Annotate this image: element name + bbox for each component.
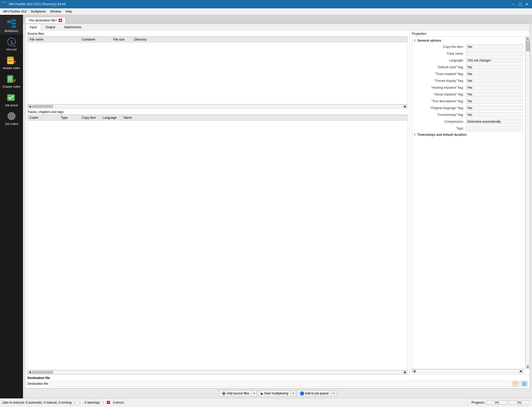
prop-value-defaulttrack: Yes <box>466 65 523 70</box>
vscroll-thumb[interactable] <box>526 41 530 51</box>
prop-label-language: Language: <box>414 59 464 62</box>
col-type: Type <box>59 115 80 121</box>
chapter-editor-icon <box>6 74 17 84</box>
prop-input-trackname[interactable] <box>466 51 523 56</box>
menu-multiplexer[interactable]: Multiplexer <box>29 9 48 14</box>
destination-browse-button[interactable]: 📁 <box>512 381 519 387</box>
prop-value-language: <Do not change> <box>466 58 523 63</box>
prop-label-originallang: "Original language" flag: <box>414 106 464 110</box>
doc-tab-label: <No destination file> <box>28 19 57 22</box>
prop-value-originallang: Yes <box>466 105 523 111</box>
start-mux-arrow[interactable]: ▾ <box>291 390 296 397</box>
tracks-hscroll-left[interactable]: ◀ <box>28 370 32 374</box>
add-source-button[interactable]: ➕ Add source files <box>219 390 252 397</box>
progress-label: Progress: <box>472 401 485 404</box>
hscroll-left-btn[interactable]: ◀ <box>28 104 32 109</box>
col-copyitem: Copy item <box>80 115 101 121</box>
minimize-button[interactable]: ─ <box>510 1 516 7</box>
main-layout: Multiplexer Info tool <box>0 15 532 398</box>
tracks-hscroll-right[interactable]: ▶ <box>403 370 407 374</box>
props-hscroll-right[interactable]: ▶ <box>519 369 523 373</box>
add-source-label: Add source files <box>227 392 249 395</box>
sidebar-item-job-queue[interactable]: Job queue <box>0 90 23 109</box>
prop-value-compression: Determine automatically <box>466 119 523 124</box>
source-files-hscroll[interactable]: ◀ ▶ <box>27 104 407 109</box>
vscroll-up-btn[interactable]: ▲ <box>526 36 530 41</box>
panel-body: Source files: File name Container File s… <box>25 30 530 374</box>
doc-tabs: <No destination file> ✕ <box>23 15 532 24</box>
add-job-arrow[interactable]: ▾ <box>332 390 336 397</box>
prop-value-textdesc: Yes <box>466 99 523 104</box>
close-button[interactable]: ✕ <box>524 1 530 7</box>
svg-rect-0 <box>7 20 11 23</box>
props-hscroll[interactable]: ◀ ▶ <box>412 369 523 373</box>
prop-label-trackenabled: "Track enabled" flag: <box>414 72 464 76</box>
bottom-buttons: ➕ Add source files ▾ ▶ Start multiplexin… <box>23 388 532 398</box>
svg-rect-1 <box>12 19 16 21</box>
svg-rect-17 <box>7 75 13 83</box>
tab-output[interactable]: Output <box>41 24 60 30</box>
start-mux-group: ▶ Start multiplexing ▾ <box>258 390 296 397</box>
col-filesize: File size <box>112 37 132 42</box>
maximize-button[interactable]: ▢ <box>517 1 523 7</box>
hscroll-thumb[interactable] <box>32 105 53 108</box>
prop-row-trackenabled: "Track enabled" flag: Yes <box>413 71 524 77</box>
add-icon: ➕ <box>222 391 226 395</box>
start-mux-button[interactable]: ▶ Start multiplexing <box>258 390 291 397</box>
progress-text1: 0% <box>487 401 507 404</box>
properties-vscroll[interactable]: ▲ ▼ <box>525 36 530 369</box>
doc-tab-active[interactable]: <No destination file> ✕ <box>25 17 66 24</box>
add-job-button[interactable]: 🔵 Add to job queue <box>297 390 332 397</box>
statusbar: Jobs to execute: 0 automatic, 0 manual, … <box>0 398 532 406</box>
menu-mkvtoolnix[interactable]: MKVToolNix GUI <box>1 9 29 14</box>
section-general-options: ▽ General options <box>413 38 524 43</box>
hscroll-right-btn[interactable]: ▶ <box>403 104 407 109</box>
add-job-label: Add to job queue <box>305 392 329 395</box>
jobs-text: Jobs to execute: 0 automatic, 0 manual, … <box>2 401 72 404</box>
prop-input-tags[interactable] <box>466 126 523 131</box>
add-job-group: 🔵 Add to job queue ▾ <box>297 390 336 397</box>
menubar: MKVToolNix GUI Multiplexer Window Help <box>0 8 532 15</box>
sidebar-item-header-editor[interactable]: Header editor <box>0 53 23 72</box>
source-files-table[interactable]: File name Container File size Directory <box>27 36 407 104</box>
svg-marker-21 <box>14 79 16 82</box>
inner-tabs: Input Output Attachments <box>25 24 530 30</box>
prop-row-forceddisplay: "Forced display" flag: Yes <box>413 77 524 84</box>
tab-input[interactable]: Input <box>25 24 41 30</box>
properties-inner: ▽ General options Copy this item: Yes <box>412 37 525 139</box>
tab-attachments[interactable]: Attachments <box>60 24 86 30</box>
progress-bar2: 0% <box>509 400 530 405</box>
svg-line-4 <box>11 20 12 22</box>
destination-globe-button[interactable]: 🌐 <box>521 381 528 387</box>
tracks-hscroll-track <box>32 371 403 374</box>
tracks-table[interactable]: Codec Type Copy item Language Name <box>27 115 407 370</box>
sidebar-item-label-jobqueue: Job queue <box>5 104 18 107</box>
window-controls: ─ ▢ ✕ <box>510 1 530 7</box>
menu-help[interactable]: Help <box>63 9 74 14</box>
right-panel: Properties: ▽ General options <box>409 30 530 374</box>
col-codec: Codec <box>28 115 59 121</box>
tracks-hscroll-thumb[interactable] <box>32 371 53 374</box>
prop-value-commentary: Yes <box>466 112 523 117</box>
svg-line-6 <box>11 22 12 27</box>
vscroll-down-btn[interactable]: ▼ <box>526 365 530 369</box>
start-mux-label: Start multiplexing <box>264 392 288 395</box>
doc-tab-close[interactable]: ✕ <box>59 19 62 22</box>
tracks-hscroll[interactable]: ◀ ▶ <box>27 370 407 374</box>
sidebar-item-chapter-editor[interactable]: Chapter editor <box>0 72 23 90</box>
dest-field-label: Destination file: <box>27 382 49 386</box>
props-hscroll-left[interactable]: ◀ <box>412 369 416 373</box>
add-source-arrow[interactable]: ▾ <box>252 390 257 397</box>
prop-value-hearingimpaired: Yes <box>466 85 523 90</box>
properties-scroll[interactable]: ▽ General options Copy this item: Yes <box>412 36 525 369</box>
properties-content: ▽ General options Copy this item: Yes <box>410 36 530 374</box>
tracks-label: Tracks, chapters and tags: <box>25 109 409 115</box>
prop-row-originallang: "Original language" flag: Yes <box>413 105 524 111</box>
app-icon: 🎬 <box>2 2 7 7</box>
sidebar-item-info-tool[interactable]: Info tool <box>0 35 23 53</box>
sidebar-item-job-output[interactable]: Job output <box>0 109 23 127</box>
svg-line-11 <box>14 46 16 47</box>
menu-window[interactable]: Window <box>48 9 63 14</box>
sidebar-item-multiplexer[interactable]: Multiplexer <box>0 16 23 35</box>
destination-input[interactable] <box>50 381 511 387</box>
